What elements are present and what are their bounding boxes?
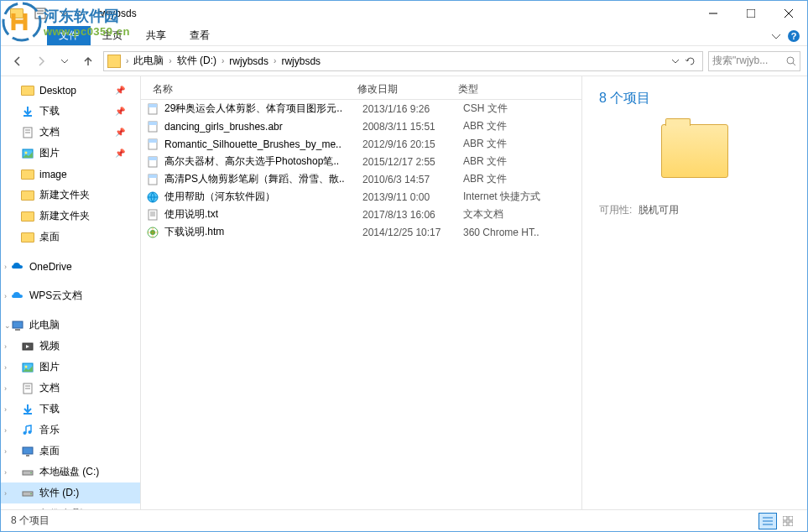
refresh-icon[interactable]: [684, 53, 697, 70]
folder-preview-icon: [661, 124, 728, 178]
sidebar-quick-item[interactable]: 新建文件夹: [1, 185, 140, 206]
breadcrumb-item[interactable]: rwjybsds: [226, 55, 272, 67]
file-row[interactable]: 高清PS人物剪影笔刷（舞蹈、滑雪、散..2010/6/3 14:57ABR 文件: [141, 170, 581, 188]
sidebar-pc-item[interactable]: ›视频: [1, 336, 140, 357]
folder-icon: [21, 168, 34, 181]
svg-point-34: [30, 493, 32, 494]
file-row[interactable]: Romantic_Silhouette_Brushes_by_me..2012/…: [141, 135, 581, 153]
expand-icon[interactable]: ›: [4, 447, 7, 456]
view-details-button[interactable]: [758, 513, 777, 529]
chevron-right-icon[interactable]: ›: [124, 56, 130, 65]
maximize-button[interactable]: [732, 1, 769, 25]
sidebar-item-label: 本地磁盘 (C:): [39, 465, 99, 479]
search-input[interactable]: 搜索"rwjyb...: [708, 51, 800, 71]
nav-forward-button[interactable]: [31, 51, 51, 71]
pin-icon: 📌: [115, 128, 125, 137]
close-button[interactable]: [769, 1, 807, 25]
breadcrumb-item[interactable]: 软件 (D:): [174, 54, 220, 68]
file-name: 高清PS人物剪影笔刷（舞蹈、滑雪、散..: [164, 172, 362, 186]
expand-icon[interactable]: ›: [4, 468, 7, 477]
breadcrumb-bar[interactable]: › 此电脑 › 软件 (D:) › rwjybsds › rwjybsds: [103, 51, 703, 71]
expand-icon[interactable]: ›: [4, 292, 7, 300]
expand-icon[interactable]: ›: [4, 263, 7, 271]
pin-icon: 📌: [115, 107, 125, 116]
sidebar-item-label: 备份[勿删] (E:): [39, 507, 104, 509]
ribbon-expand-icon[interactable]: [772, 32, 780, 40]
file-date: 2012/9/16 20:15: [362, 138, 463, 150]
collapse-icon[interactable]: ⌄: [4, 321, 11, 330]
sidebar-pc-item[interactable]: ›本地磁盘 (C:): [1, 462, 140, 482]
folder-icon: [8, 4, 26, 23]
sidebar-quick-item[interactable]: 下载📌: [1, 101, 140, 122]
title-separator: =: [78, 8, 84, 19]
column-type[interactable]: 类型: [458, 82, 559, 96]
file-row[interactable]: 29种奥运会人体剪影、体育项目图形元..2013/1/16 9:26CSH 文件: [141, 100, 581, 117]
nav-back-button[interactable]: [8, 51, 28, 71]
chevron-right-icon[interactable]: ›: [167, 56, 173, 65]
sidebar-quick-item[interactable]: 桌面: [1, 227, 140, 248]
column-date[interactable]: 修改日期: [357, 82, 458, 96]
availability-label: 可用性:: [599, 203, 632, 217]
column-name[interactable]: 名称: [141, 82, 357, 96]
file-row[interactable]: dancing_girls_brushes.abr2008/3/11 15:51…: [141, 117, 581, 135]
sidebar-quick-item[interactable]: 文档📌: [1, 122, 140, 143]
sidebar-wps[interactable]: › WPS云文档: [1, 285, 140, 306]
sidebar-pc-item[interactable]: ›备份[勿删] (E:): [1, 503, 140, 509]
file-row[interactable]: 使用帮助（河东软件园）2013/9/11 0:00Internet 快捷方式: [141, 188, 581, 206]
breadcrumb-folder-icon: [107, 55, 121, 68]
qat-dropdown[interactable]: [55, 4, 73, 23]
column-headers: 名称 修改日期 类型: [141, 80, 581, 100]
breadcrumb-dropdown-icon[interactable]: [669, 53, 682, 70]
chevron-right-icon[interactable]: ›: [272, 56, 278, 65]
wps-cloud-icon: [11, 289, 24, 303]
file-icon: [146, 173, 159, 186]
sidebar-thispc[interactable]: ⌄ 此电脑: [1, 315, 140, 336]
sidebar-pc-item[interactable]: ›图片: [1, 357, 140, 378]
ribbon-tab-home[interactable]: 主页: [91, 26, 134, 45]
sidebar-quick-item[interactable]: Desktop📌: [1, 80, 140, 101]
expand-icon[interactable]: ›: [4, 363, 7, 372]
ribbon-tab-view[interactable]: 查看: [178, 26, 222, 45]
address-bar: › 此电脑 › 软件 (D:) › rwjybsds › rwjybsds 搜索…: [1, 46, 807, 76]
nav-up-button[interactable]: [78, 51, 98, 71]
breadcrumb-item[interactable]: rwjybsds: [278, 55, 324, 67]
ribbon-tab-share[interactable]: 共享: [134, 26, 178, 45]
sidebar-pc-item[interactable]: ›软件 (D:): [1, 482, 140, 503]
sidebar-pc-item[interactable]: ›下载: [1, 399, 140, 420]
ribbon-file-tab[interactable]: 文件: [47, 26, 91, 45]
sidebar-quick-item[interactable]: image: [1, 164, 140, 185]
breadcrumb-item[interactable]: 此电脑: [130, 54, 167, 68]
file-date: 2014/12/25 10:17: [362, 227, 463, 238]
nav-recent-dropdown[interactable]: [55, 51, 75, 71]
minimize-button[interactable]: [694, 1, 732, 25]
svg-rect-60: [789, 522, 793, 526]
sidebar-quick-item[interactable]: 图片📌: [1, 143, 140, 164]
file-row[interactable]: 下载说明.htm2014/12/25 10:17360 Chrome HT..: [141, 223, 581, 241]
file-icon: [146, 190, 159, 204]
expand-icon[interactable]: ›: [4, 384, 7, 393]
sidebar-onedrive[interactable]: › OneDrive: [1, 256, 140, 277]
file-icon: [146, 226, 159, 239]
expand-icon[interactable]: ›: [4, 489, 7, 498]
document-icon: [21, 382, 34, 395]
file-name: 下载说明.htm: [164, 225, 362, 239]
sidebar-pc-item[interactable]: ›文档: [1, 378, 140, 399]
view-icons-button[interactable]: [779, 513, 797, 529]
search-placeholder: 搜索"rwjyb...: [712, 54, 768, 68]
help-icon[interactable]: ?: [787, 29, 800, 43]
file-row[interactable]: 使用说明.txt2017/8/13 16:06文本文档: [141, 206, 581, 223]
svg-text:?: ?: [791, 31, 797, 41]
qat-properties[interactable]: [31, 4, 50, 23]
expand-icon[interactable]: ›: [4, 405, 7, 414]
pin-icon: 📌: [115, 86, 125, 95]
chevron-right-icon[interactable]: ›: [220, 56, 226, 65]
sidebar-quick-item[interactable]: 新建文件夹: [1, 206, 140, 227]
sidebar-item-label: 音乐: [39, 423, 60, 437]
navigation-sidebar: Desktop📌下载📌文档📌图片📌image新建文件夹新建文件夹桌面 › One…: [1, 76, 141, 509]
svg-rect-38: [149, 104, 157, 107]
file-row[interactable]: 高尔夫器材、高尔夫选手Photoshop笔..2015/12/17 2:55AB…: [141, 153, 581, 170]
expand-icon[interactable]: ›: [4, 426, 7, 435]
sidebar-pc-item[interactable]: ›音乐: [1, 420, 140, 441]
expand-icon[interactable]: ›: [4, 342, 7, 351]
sidebar-pc-item[interactable]: ›桌面: [1, 441, 140, 462]
